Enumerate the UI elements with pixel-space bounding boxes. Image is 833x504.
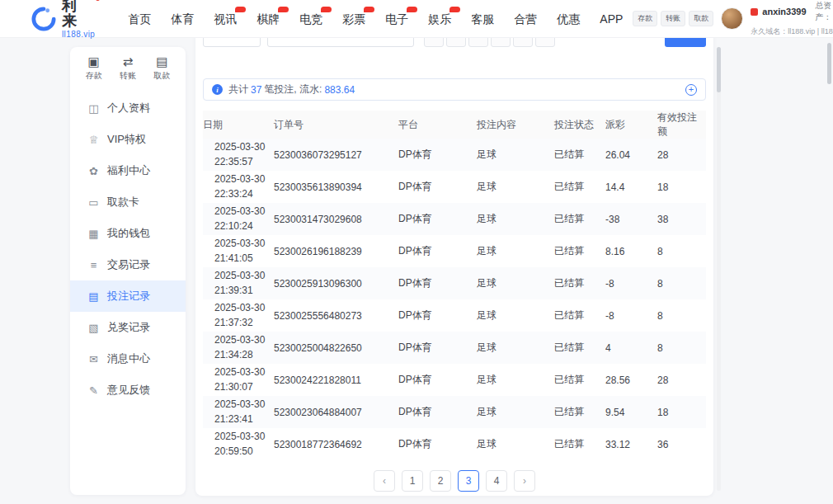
- cell-bet-content: 足球: [477, 139, 554, 171]
- quick-action-label: 取款: [153, 70, 170, 82]
- page-number-button[interactable]: 3: [458, 470, 479, 492]
- quick-action[interactable]: ▤ 取款: [153, 54, 170, 82]
- message-center-icon: ✉: [87, 353, 100, 365]
- nav-item-label: 体育: [171, 12, 194, 26]
- welfare-icon: ✿: [87, 165, 100, 177]
- nav-item-label: 彩票: [342, 12, 365, 26]
- nav-item[interactable]: 棋牌: [247, 0, 289, 38]
- nav-item[interactable]: 娱乐: [418, 0, 461, 38]
- summary-prefix: 共计: [228, 82, 248, 97]
- page-buttons: 1 2 3 4: [402, 470, 507, 492]
- sidebar-menu-item-label: 消息中心: [107, 351, 150, 366]
- info-icon: i: [212, 84, 223, 95]
- brand-title: 利来: [62, 0, 95, 28]
- cell-payout: 33.12: [605, 428, 657, 460]
- table-row: 2025-03-30 21:41:05 5230026196188239 DP体…: [203, 235, 706, 267]
- expand-icon[interactable]: +: [685, 84, 697, 96]
- sidebar-menu-item[interactable]: ▭ 取款卡: [70, 186, 186, 218]
- nav-item[interactable]: 优惠: [547, 0, 590, 38]
- sidebar-menu-item[interactable]: ▦ 我的钱包: [70, 218, 186, 249]
- page-number-button[interactable]: 4: [486, 470, 507, 492]
- hot-badge-icon: [278, 7, 289, 12]
- table-row: 2025-03-30 21:23:41 5230023064884007 DP体…: [203, 396, 706, 428]
- cell-platform: DP体育: [398, 428, 477, 460]
- wallet-link-button[interactable]: 转账: [661, 11, 685, 26]
- nav-item[interactable]: 彩票: [332, 0, 375, 38]
- table-row: 2025-03-30 20:59:50 5230018772364692 DP体…: [203, 428, 706, 460]
- wallet-link-button[interactable]: 取款: [689, 11, 713, 26]
- column-header: 订单号: [274, 111, 398, 139]
- next-page-button[interactable]: ›: [514, 470, 535, 492]
- cell-platform: DP体育: [398, 267, 477, 299]
- transactions-icon: ≡: [87, 259, 100, 271]
- cell-date: 2025-03-30 22:10:24: [203, 203, 274, 235]
- nav-item-label: APP: [600, 12, 623, 26]
- page-scrollbar-thumb[interactable]: [827, 43, 831, 84]
- user-avatar[interactable]: [721, 7, 743, 30]
- prev-page-button[interactable]: ‹: [374, 470, 395, 492]
- nav-item[interactable]: 体育: [161, 0, 204, 38]
- quick-action[interactable]: ⇄ 转账: [120, 54, 136, 82]
- cell-bet-content: 足球: [477, 267, 554, 299]
- bet-date: 2025-03-30: [214, 237, 274, 251]
- cell-payout: -8: [605, 267, 657, 299]
- cell-valid-amount: 36: [657, 428, 706, 460]
- cell-platform: DP体育: [398, 203, 477, 235]
- profile-icon: ◫: [87, 102, 100, 115]
- table-body: 2025-03-30 22:35:57 5230036073295127 DP体…: [203, 139, 706, 460]
- content-scrollbar-thumb[interactable]: [717, 47, 721, 92]
- cell-valid-amount: 8: [657, 332, 706, 364]
- cell-bet-content: 足球: [477, 364, 554, 396]
- cell-order-number: 5230024221828011: [274, 364, 398, 396]
- nav-item-label: 优惠: [557, 12, 580, 26]
- brand-logo[interactable]: 利来 ll188.vip: [31, 0, 95, 39]
- page-number-button[interactable]: 1: [402, 470, 423, 492]
- bet-records-panel: i 共计 37 笔投注, 流水: 883.64 + 日期 订单号 平台 投注内容: [195, 10, 713, 496]
- hot-badge-icon: [364, 7, 374, 12]
- sidebar-menu-item[interactable]: ✎ 意见反馈: [70, 374, 186, 406]
- bet-time: 22:10:24: [214, 219, 274, 233]
- nav-item-label: 电子: [385, 12, 408, 26]
- bet-records-icon: ▤: [87, 290, 100, 303]
- nav-item[interactable]: 客服: [461, 0, 504, 38]
- sidebar-menu-item[interactable]: ✿ 福利中心: [70, 155, 186, 186]
- sidebar-menu-item-label: 我的钱包: [107, 226, 150, 241]
- bet-date: 2025-03-30: [214, 365, 274, 379]
- nav-item[interactable]: 合营: [504, 0, 547, 38]
- cell-bet-content: 足球: [477, 299, 554, 332]
- quick-action[interactable]: ▣ 存款: [86, 54, 102, 82]
- table-row: 2025-03-30 21:37:32 5230025556480273 DP体…: [203, 299, 706, 332]
- cell-bet-content: 足球: [477, 203, 554, 235]
- wallet-link-button[interactable]: 存款: [633, 11, 657, 26]
- cell-date: 2025-03-30 20:59:50: [203, 428, 274, 460]
- sidebar-menu-item[interactable]: ◫ 个人资料: [70, 92, 186, 124]
- hot-badge-icon: [321, 7, 332, 12]
- hot-badge-icon: [407, 7, 417, 12]
- sidebar-menu-item[interactable]: ▧ 兑奖记录: [70, 312, 186, 343]
- cell-date: 2025-03-30 21:37:32: [203, 299, 274, 332]
- main-nav: 首页 体育 视讯 棋牌 电竞 彩票 电子 娱乐 客服 合营 优惠 APP: [118, 0, 633, 38]
- topbar-right: 存款 转账 取款 anxin3399 总资产： 1363.49元 永久域名：ll…: [633, 0, 833, 37]
- nav-item[interactable]: APP: [590, 0, 633, 38]
- cell-platform: DP体育: [398, 171, 477, 203]
- column-header: 平台: [398, 111, 477, 139]
- nav-item[interactable]: 电竞: [289, 0, 332, 38]
- cell-payout: 28.56: [605, 364, 657, 396]
- cell-bet-status: 已结算: [554, 267, 605, 299]
- sidebar-menu-item[interactable]: ♕ VIP特权: [70, 124, 186, 155]
- cell-valid-amount: 8: [657, 267, 706, 299]
- summary-bar: i 共计 37 笔投注, 流水: 883.64 +: [203, 78, 706, 101]
- page-number-button[interactable]: 2: [430, 470, 451, 492]
- sidebar-menu-item[interactable]: ✉ 消息中心: [70, 343, 186, 374]
- nav-item[interactable]: 电子: [375, 0, 418, 38]
- cell-order-number: 5230018772364692: [274, 428, 398, 460]
- bet-date: 2025-03-30: [214, 205, 274, 219]
- nav-item[interactable]: 首页: [118, 0, 161, 38]
- cell-order-number: 5230025556480273: [274, 299, 398, 332]
- sidebar-menu-item[interactable]: ▤ 投注记录: [70, 280, 186, 312]
- bet-time: 22:35:57: [214, 155, 274, 169]
- sidebar-menu-item-label: 个人资料: [107, 101, 150, 115]
- sidebar-menu-item[interactable]: ≡ 交易记录: [70, 249, 186, 280]
- cell-valid-amount: 38: [657, 203, 706, 235]
- nav-item[interactable]: 视讯: [204, 0, 247, 38]
